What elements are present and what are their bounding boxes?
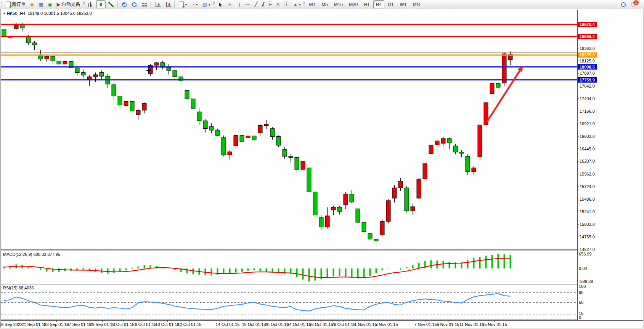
candle-bullish: [411, 207, 415, 211]
candle-bearish: [240, 136, 244, 142]
autotrade-button[interactable]: ▶ 自动交易: [55, 0, 82, 8]
rsi-scale-label: 15: [579, 311, 583, 316]
price-tick-label: 17404.0: [580, 96, 595, 101]
crosshair-tool-button[interactable]: +: [226, 0, 233, 8]
candle-bullish: [344, 194, 348, 205]
candle-bearish: [185, 90, 189, 99]
candle-bearish: [173, 70, 177, 77]
tile-windows-icon: [141, 2, 147, 7]
fibonacci-tool-button[interactable]: F: [267, 0, 274, 8]
candle-bullish: [423, 164, 427, 179]
toolbar-grip[interactable]: [83, 1, 85, 8]
signal-button[interactable]: ◉: [46, 0, 54, 8]
candle-bearish: [100, 73, 104, 77]
candle-bullish: [331, 207, 336, 210]
candle-bullish: [435, 141, 439, 145]
zoom-in-icon: +: [122, 2, 127, 7]
timeframe-d1-button[interactable]: D1: [385, 0, 396, 8]
horizontal-line-tool-button[interactable]: —: [243, 0, 252, 8]
auto-scroll-icon: [166, 2, 171, 7]
rsi-scale-label: 100: [579, 284, 586, 289]
price-tick-label: 16207.0: [580, 159, 595, 163]
timeframe-m30-button[interactable]: M30: [346, 0, 360, 8]
new-chart-button[interactable]: ▾: [177, 0, 189, 8]
cursor-icon: [218, 2, 223, 7]
macd-indicator-label: MACD(12,26,9) 600.33 377.95: [3, 252, 60, 257]
chart-shift-icon: [156, 2, 161, 7]
candle-bearish: [57, 61, 61, 64]
price-tick-label: 17166.0: [580, 109, 595, 113]
time-tick-label: 23 Sep 01:15: [44, 322, 69, 327]
candle-bearish: [197, 112, 201, 121]
bar-chart-button[interactable]: [86, 0, 95, 8]
timeframe-h4-button[interactable]: H4: [373, 0, 384, 8]
line-chart-button[interactable]: [106, 0, 116, 8]
candle-bearish: [350, 194, 354, 202]
toolbar-grip[interactable]: [304, 1, 305, 8]
timeframe-mn-button[interactable]: MN: [410, 0, 423, 8]
zoom-out-button[interactable]: −: [130, 0, 139, 8]
chart-shift-button[interactable]: [153, 0, 162, 8]
candle-bullish: [258, 126, 262, 133]
channel-tool-button[interactable]: ∥: [260, 0, 267, 8]
candle-bullish: [502, 54, 506, 83]
new-order-button[interactable]: 新订单: [3, 0, 27, 8]
candle-bearish: [222, 137, 226, 155]
label-tool-button[interactable]: T: [282, 0, 291, 8]
candle-bearish: [356, 209, 360, 222]
periodicity-button[interactable]: ◔ ▾: [190, 0, 199, 8]
candlestick-chart-icon: [98, 2, 104, 7]
vertical-line-tool-button[interactable]: |: [237, 0, 242, 8]
timeframe-w1-button[interactable]: W1: [397, 0, 410, 8]
search-button[interactable]: [619, 0, 628, 8]
market-watch-button[interactable]: ▦: [37, 0, 45, 8]
timeframe-h1-button[interactable]: H1: [361, 0, 372, 8]
toolbar-grip[interactable]: [1, 1, 2, 8]
candle-bearish: [81, 73, 85, 75]
time-tick-label: 19 Sep 2022: [0, 322, 22, 327]
timeframe-m15-button[interactable]: M15: [331, 0, 345, 8]
tile-windows-button[interactable]: [140, 0, 149, 8]
candle-bullish: [142, 103, 146, 110]
price-tick-label: 15724.0: [580, 184, 595, 189]
chart-canvas[interactable]: 18363.018125.017887.017642.017404.017166…: [0, 0, 644, 329]
notifications-button[interactable]: 1: [629, 0, 639, 8]
time-tick-label: 9 Nov 01:15: [437, 322, 459, 327]
zoom-in-button[interactable]: +: [120, 0, 129, 8]
candle-bearish: [252, 136, 256, 140]
candle-bullish: [417, 179, 421, 198]
notification-badge: 1: [633, 0, 639, 5]
timeframe-m5-button[interactable]: M5: [319, 0, 331, 8]
rsi-scale-label: 50: [579, 300, 583, 305]
chart-collapse-icon[interactable]: ▼: [3, 12, 6, 15]
candle-bearish: [191, 99, 195, 108]
arrows-tool-button[interactable]: ▲ ▾: [292, 0, 302, 8]
candlestick-chart-button[interactable]: [96, 0, 106, 8]
auto-scroll-button[interactable]: [163, 0, 173, 8]
candle-bullish: [301, 161, 305, 169]
candle-bearish: [337, 207, 342, 211]
level-price-label: 18008.5: [580, 65, 595, 69]
search-icon: [621, 2, 626, 7]
text-tool-button[interactable]: A: [275, 0, 282, 8]
channel-icon: ∥: [261, 2, 265, 7]
cursor-tool-button[interactable]: [216, 0, 225, 8]
time-tick-label: 29 Sep 01:15: [90, 322, 114, 327]
vertical-line-icon: |: [239, 2, 240, 7]
text-tool-icon: A: [276, 2, 280, 7]
time-tick-label: 26 Oct 01:15: [309, 322, 333, 327]
template-button[interactable]: ▧ ▾: [201, 0, 212, 8]
price-tick-label: 16445.0: [580, 147, 595, 151]
macd-scale-label: 0.00: [579, 266, 587, 271]
template-icon: ▧: [202, 2, 207, 7]
trendline-tool-button[interactable]: ╱: [253, 0, 260, 8]
chart-symbol-period: HK50-,H4: [7, 11, 25, 16]
candle-bearish: [362, 222, 366, 232]
market-depth-button[interactable]: ◆: [28, 0, 36, 8]
timeframe-m1-button[interactable]: M1: [306, 0, 318, 8]
time-tick-label: 20 Oct 01:15: [265, 322, 289, 327]
chart-title[interactable]: ▼HK50-,H4 18149.0 18301.5 18045.0 18253.…: [3, 11, 92, 16]
price-tick-label: 15486.0: [580, 197, 595, 201]
candle-bullish: [154, 63, 159, 65]
toolbar-grip[interactable]: [213, 1, 215, 8]
